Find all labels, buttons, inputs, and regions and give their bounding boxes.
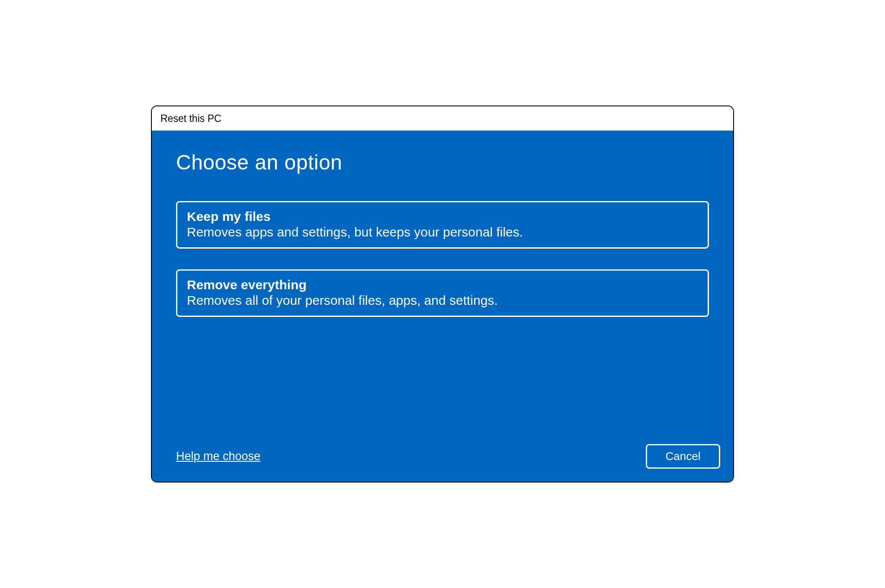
option-description: Removes all of your personal files, apps… [187, 293, 698, 308]
option-description: Removes apps and settings, but keeps you… [187, 225, 698, 240]
option-remove-everything[interactable]: Remove everything Removes all of your pe… [176, 269, 709, 317]
footer: Help me choose Cancel [176, 444, 720, 469]
titlebar: Reset this PC [152, 106, 733, 131]
option-title: Keep my files [187, 209, 698, 224]
help-me-choose-link[interactable]: Help me choose [176, 450, 260, 463]
page-heading: Choose an option [176, 150, 709, 174]
window-title: Reset this PC [160, 113, 221, 125]
option-title: Remove everything [187, 278, 698, 292]
option-keep-my-files[interactable]: Keep my files Removes apps and settings,… [176, 201, 709, 249]
cancel-button[interactable]: Cancel [646, 444, 720, 469]
reset-pc-window: Reset this PC Choose an option Keep my f… [151, 105, 734, 483]
content-area: Choose an option Keep my files Removes a… [152, 131, 733, 482]
